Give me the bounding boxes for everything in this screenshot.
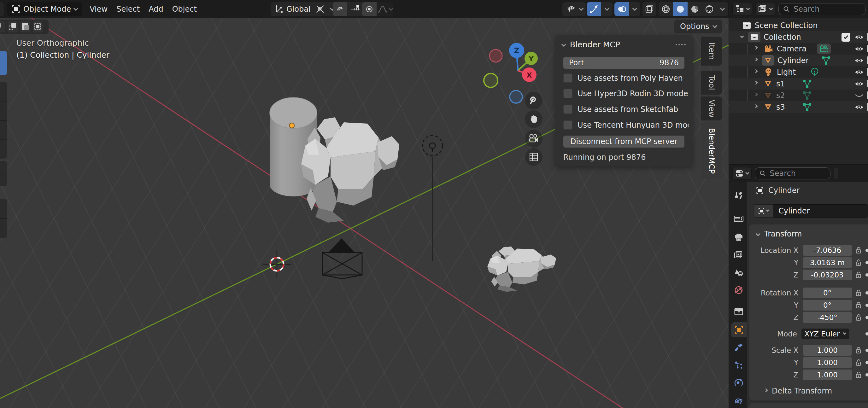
location-y-field[interactable]: 3.0163 m <box>803 257 851 268</box>
zoom-viewport-button[interactable] <box>525 92 542 109</box>
render-visibility-sliver[interactable] <box>867 33 868 41</box>
snap-with-button[interactable] <box>347 2 364 16</box>
mcp-panel-header[interactable]: Blender MCP <box>562 40 620 49</box>
scale-z-field[interactable]: 1.000 <box>803 370 851 380</box>
disconnect-mcp-button[interactable]: Disconnect from MCP server <box>563 135 684 148</box>
rotation-x-field[interactable]: 0° <box>803 288 851 298</box>
lock-open-icon[interactable] <box>855 289 862 297</box>
tab-object-properties[interactable] <box>731 322 747 337</box>
light-data-icon[interactable] <box>810 67 819 77</box>
lock-open-icon[interactable] <box>855 302 862 309</box>
editor-type-button[interactable] <box>0 2 4 16</box>
outliner-row-scene-collection[interactable]: Scene Collection <box>729 20 868 31</box>
properties-editor-type-dropdown[interactable] <box>733 167 752 180</box>
object-name-field[interactable]: Cylinder <box>773 204 868 218</box>
next-panel-sliver[interactable] <box>749 403 868 408</box>
shading-material-button[interactable] <box>688 2 702 16</box>
animate-dot[interactable] <box>866 361 868 364</box>
shading-wireframe-button[interactable] <box>658 2 673 16</box>
tab-modifier-properties[interactable] <box>731 340 747 355</box>
lock-open-icon[interactable] <box>855 247 862 254</box>
lock-open-icon[interactable] <box>855 371 862 379</box>
lock-open-icon[interactable] <box>855 359 862 366</box>
checkbox-icon[interactable] <box>563 73 572 83</box>
tab-collection-properties[interactable] <box>731 304 747 319</box>
shading-solid-button[interactable] <box>673 2 688 16</box>
object-id-dropdown[interactable] <box>753 204 773 218</box>
transform-panel-header[interactable]: Transform <box>756 229 802 239</box>
select-intersect-button[interactable] <box>33 21 43 32</box>
animate-dot[interactable] <box>866 261 868 264</box>
rotation-y-field[interactable]: 0° <box>803 300 851 311</box>
eye-open-icon[interactable] <box>854 69 864 76</box>
tab-physics-properties[interactable] <box>731 375 747 390</box>
pan-viewport-button[interactable] <box>525 111 542 128</box>
checkbox-icon[interactable] <box>563 120 572 130</box>
eye-open-icon[interactable] <box>854 34 864 41</box>
shading-rendered-button[interactable] <box>702 2 717 16</box>
eye-closed-icon[interactable] <box>854 92 864 99</box>
mesh-data-icon[interactable] <box>802 103 812 112</box>
xray-toggle[interactable] <box>643 2 656 16</box>
camera-data-badge[interactable] <box>817 43 831 54</box>
chevron-right-icon[interactable] <box>754 57 758 61</box>
eye-open-icon[interactable] <box>854 81 864 87</box>
checkbox-sketchfab[interactable]: Use assets from Sketchfab <box>563 105 689 114</box>
chevron-right-icon[interactable] <box>754 92 758 96</box>
outliner-row-light[interactable]: Light <box>729 66 868 78</box>
collection-checkbox[interactable] <box>841 33 850 42</box>
viewport-options-button[interactable]: Options <box>674 20 722 33</box>
proportional-edit-toggle[interactable] <box>362 2 377 16</box>
eye-open-icon[interactable] <box>854 45 864 52</box>
tab-render-properties[interactable] <box>731 211 747 226</box>
outliner-row-s1[interactable]: s1 <box>729 78 868 90</box>
outliner-row-camera[interactable]: Camera <box>729 43 868 55</box>
properties-search[interactable] <box>755 167 831 180</box>
render-visibility-sliver[interactable] <box>867 57 868 64</box>
location-z-field[interactable]: -0.03203 <box>803 270 851 280</box>
object-visibility-dropdown[interactable] <box>562 2 586 16</box>
show-overlays-toggle[interactable] <box>614 2 629 16</box>
toolbar-group-annotate-sliver[interactable] <box>0 161 7 186</box>
tab-scene-properties[interactable] <box>731 265 747 280</box>
mesh-data-icon[interactable] <box>802 80 812 88</box>
chevron-right-icon[interactable] <box>754 46 758 50</box>
chevron-right-icon[interactable] <box>754 81 758 85</box>
lock-open-icon[interactable] <box>855 271 862 279</box>
outliner-row-s3[interactable]: s3 <box>729 101 868 113</box>
show-gizmo-toggle[interactable] <box>587 2 601 16</box>
camera-view-button[interactable] <box>525 130 542 148</box>
lock-open-icon[interactable] <box>855 259 862 266</box>
animate-dot[interactable] <box>866 304 868 307</box>
outliner-row-s2[interactable]: s2 <box>729 90 868 101</box>
chevron-right-icon[interactable] <box>754 69 758 73</box>
tab-constraint-properties[interactable] <box>731 393 747 408</box>
checkbox-icon[interactable] <box>563 89 572 98</box>
checkbox-poly-haven[interactable]: Use assets from Poly Haven <box>563 73 689 83</box>
animate-dot[interactable] <box>866 349 868 352</box>
render-visibility-sliver[interactable] <box>867 68 868 76</box>
properties-search-input[interactable] <box>769 169 826 178</box>
checkbox-hunyuan[interactable]: Use Tencent Hunyuan 3D model gene… <box>563 120 689 130</box>
render-visibility-sliver[interactable] <box>867 80 868 87</box>
rotation-mode-dropdown[interactable]: XYZ Euler <box>801 328 849 339</box>
menu-object[interactable]: Object <box>168 5 201 13</box>
tab-item[interactable]: Item <box>701 37 722 66</box>
toolbar-active-tool-sliver[interactable] <box>0 51 7 75</box>
outliner-display-mode-dropdown[interactable] <box>755 3 775 15</box>
tab-tool-properties[interactable] <box>731 188 747 203</box>
toolbar-group-add-sliver[interactable] <box>0 199 7 238</box>
chevron-down-icon[interactable] <box>740 34 744 38</box>
animate-dot[interactable] <box>866 316 868 319</box>
render-visibility-sliver[interactable] <box>867 103 868 111</box>
outliner-search[interactable] <box>778 3 866 15</box>
animate-dot[interactable] <box>866 332 868 336</box>
tab-view[interactable]: View <box>701 96 722 120</box>
toolbar-group-transform-sliver[interactable] <box>0 82 7 159</box>
filter-button-sliver[interactable] <box>834 167 838 180</box>
snap-toggle-button[interactable] <box>333 2 347 16</box>
chevron-right-icon[interactable] <box>754 104 758 108</box>
location-x-field[interactable]: -7.0636 <box>803 245 851 256</box>
animate-dot[interactable] <box>866 273 868 277</box>
select-subtract-button[interactable] <box>20 21 30 32</box>
